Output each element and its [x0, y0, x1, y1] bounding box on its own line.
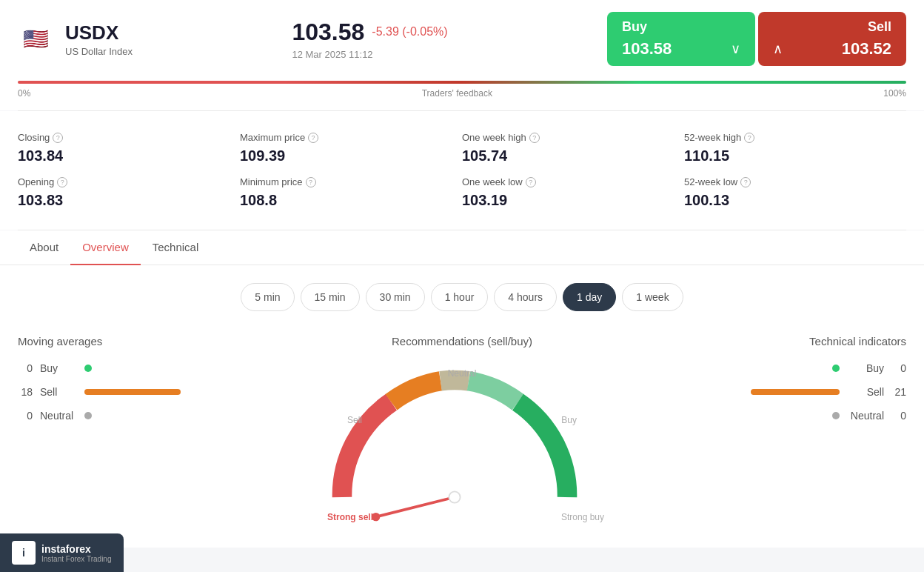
ti-sell-count: 21 [891, 386, 906, 398]
ticker-description: US Dollar Index [65, 46, 133, 57]
52wk-high-value: 110.15 [684, 147, 894, 164]
week-high-info-icon[interactable]: ? [529, 133, 540, 143]
ma-buy-count: 0 [18, 362, 33, 374]
price-change: -5.39 (-0.05%) [372, 25, 447, 39]
ma-neutral-count: 0 [18, 410, 33, 422]
buy-button[interactable]: Buy 103.58 ∨ [607, 12, 755, 66]
buy-price: 103.58 [622, 39, 672, 59]
svg-line-0 [376, 497, 455, 517]
tech-indicators-title: Technical indicators [743, 335, 906, 347]
ma-buy-item: 0 Buy [18, 362, 181, 374]
tab-overview[interactable]: Overview [70, 230, 141, 265]
period-1week[interactable]: 1 week [622, 283, 683, 311]
gauge-sell-label: Sell [347, 415, 362, 425]
ticker-symbol: USDX [65, 21, 133, 44]
feedback-label: Traders' feedback [422, 88, 492, 99]
max-price-info-icon[interactable]: ? [308, 133, 318, 143]
trade-buttons: Buy 103.58 ∨ Sell ∧ 103.52 [607, 12, 906, 66]
stat-closing: Closing ? 103.84 [18, 126, 240, 170]
52wk-low-info-icon[interactable]: ? [740, 177, 751, 187]
ti-neutral-count: 0 [891, 410, 906, 422]
ti-neutral-item: Neutral 0 [743, 410, 906, 422]
period-5min[interactable]: 5 min [241, 283, 294, 311]
ma-neutral-dot [84, 412, 92, 419]
week-high-value: 105.74 [462, 147, 672, 164]
feedback-left-pct: 0% [18, 88, 30, 99]
ma-neutral-item: 0 Neutral [18, 410, 181, 422]
technical-indicators-panel: Technical indicators Buy 0 Sell 21 Neutr… [743, 335, 906, 422]
chevron-down-icon: ∨ [731, 41, 740, 57]
ma-neutral-label: Neutral [40, 410, 77, 422]
ma-buy-label: Buy [40, 362, 77, 374]
min-price-info-icon[interactable]: ? [306, 177, 316, 187]
opening-info-icon[interactable]: ? [57, 177, 67, 187]
opening-value: 103.83 [18, 192, 228, 209]
moving-averages-panel: Moving averages 0 Buy 18 Sell 0 Neutral [18, 335, 181, 422]
closing-info-icon[interactable]: ? [53, 133, 63, 143]
ma-sell-count: 18 [18, 386, 33, 398]
ti-neutral-label: Neutral [847, 410, 884, 422]
week-low-info-icon[interactable]: ? [526, 177, 536, 187]
ti-sell-bar [751, 389, 840, 395]
tabs: About Overview Technical [18, 230, 906, 265]
stat-one-week-high: One week high ? 105.74 [462, 126, 684, 170]
ti-sell-label: Sell [847, 386, 884, 398]
stat-52-week-low: 52-week low ? 100.13 [684, 170, 906, 215]
feedback-right-pct: 100% [883, 88, 906, 99]
max-price-value: 109.39 [240, 147, 450, 164]
period-30min[interactable]: 30 min [366, 283, 425, 311]
ti-buy-dot [832, 365, 840, 372]
ti-neutral-dot [832, 412, 840, 419]
gauge-neutral-label: Neutral [448, 368, 477, 379]
instaforex-logo-icon: i [12, 541, 36, 565]
period-4hours[interactable]: 4 hours [494, 283, 557, 311]
period-15min[interactable]: 15 min [301, 283, 360, 311]
gauge-svg [314, 359, 595, 522]
moving-averages-title: Moving averages [18, 335, 181, 347]
flag-icon: 🇺🇸 [18, 21, 53, 57]
gauge-buy-label: Buy [561, 415, 577, 425]
current-price: 103.58 [292, 19, 364, 46]
52wk-high-info-icon[interactable]: ? [744, 133, 754, 143]
stat-minimum-price: Minimum price ? 108.8 [240, 170, 462, 215]
stat-maximum-price: Maximum price ? 109.39 [240, 126, 462, 170]
ma-sell-label: Sell [40, 386, 77, 398]
sell-price: 103.52 [842, 39, 891, 59]
footer-logo: i instaforex Instant Forex Trading [0, 533, 124, 572]
ma-sell-bar [84, 389, 181, 395]
tab-about[interactable]: About [18, 230, 70, 265]
stat-one-week-low: One week low ? 103.19 [462, 170, 684, 215]
svg-point-1 [449, 491, 460, 502]
stat-52-week-high: 52-week high ? 110.15 [684, 126, 906, 170]
ma-sell-item: 18 Sell [18, 386, 181, 398]
recommendations-panel: Recommendations (sell/buy) [181, 335, 743, 530]
sell-label: Sell [773, 19, 891, 35]
closing-value: 103.84 [18, 147, 228, 164]
52wk-low-value: 100.13 [684, 192, 894, 209]
stats-grid: Closing ? 103.84 Maximum price ? 109.39 … [0, 111, 924, 230]
min-price-value: 108.8 [240, 192, 450, 209]
gauge-strong-sell-label: Strong sell [327, 512, 373, 522]
brand-tagline: Instant Forex Trading [41, 555, 112, 563]
price-timestamp: 12 Mar 2025 11:12 [292, 49, 447, 60]
tab-technical[interactable]: Technical [141, 230, 211, 265]
ti-buy-label: Buy [847, 362, 884, 374]
period-1day[interactable]: 1 day [563, 283, 616, 311]
ti-buy-item: Buy 0 [743, 362, 906, 374]
time-period-selector: 5 min 15 min 30 min 1 hour 4 hours 1 day… [18, 283, 906, 311]
sell-button[interactable]: Sell ∧ 103.52 [758, 12, 906, 66]
stat-opening: Opening ? 103.83 [18, 170, 240, 215]
traders-feedback-bar [18, 81, 906, 84]
gauge-strong-buy-label: Strong buy [561, 512, 604, 522]
chevron-up-icon: ∧ [773, 41, 783, 57]
ma-buy-dot [84, 365, 92, 372]
recommendations-title: Recommendations (sell/buy) [392, 335, 532, 347]
brand-name: instaforex [41, 543, 112, 555]
buy-label: Buy [622, 19, 740, 35]
ti-buy-count: 0 [891, 362, 906, 374]
ti-sell-item: Sell 21 [743, 386, 906, 398]
week-low-value: 103.19 [462, 192, 672, 209]
period-1hour[interactable]: 1 hour [431, 283, 489, 311]
